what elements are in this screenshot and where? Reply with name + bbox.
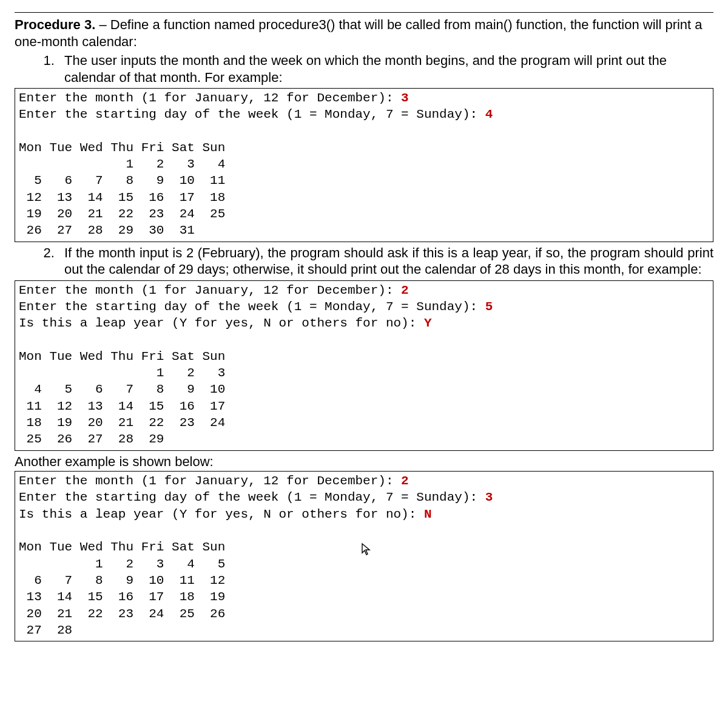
input-day-3: 3 — [485, 490, 493, 504]
input-leap-2: Y — [424, 316, 432, 330]
prompt-leap-3: Is this a leap year (Y for yes, N or oth… — [19, 507, 424, 521]
input-month-3: 2 — [401, 474, 409, 488]
input-day-1: 4 — [485, 107, 493, 121]
example-box-3: Enter the month (1 for January, 12 for D… — [15, 471, 713, 641]
procedure-label: Procedure 3. — [15, 17, 95, 32]
procedure-text: – Define a function named procedure3() t… — [15, 17, 703, 49]
example-box-1: Enter the month (1 for January, 12 for D… — [15, 88, 713, 242]
cursor-icon — [361, 525, 372, 561]
list-item-2: If the month input is 2 (February), the … — [58, 245, 713, 278]
example-box-2: Enter the month (1 for January, 12 for D… — [15, 280, 713, 451]
prompt-month-2: Enter the month (1 for January, 12 for D… — [19, 283, 401, 297]
input-month-1: 3 — [401, 91, 409, 105]
top-divider — [15, 12, 713, 13]
prompt-month-3: Enter the month (1 for January, 12 for D… — [19, 474, 401, 488]
calendar-output-1: Mon Tue Wed Thu Fri Sat Sun 1 2 3 4 5 6 … — [19, 141, 225, 237]
calendar-output-2: Mon Tue Wed Thu Fri Sat Sun 1 2 3 4 5 6 … — [19, 350, 225, 446]
prompt-leap-2: Is this a leap year (Y for yes, N or oth… — [19, 316, 424, 330]
list-item-1-text: The user inputs the month and the week o… — [64, 53, 667, 85]
input-day-2: 5 — [485, 300, 493, 314]
list-item-1: The user inputs the month and the week o… — [58, 52, 713, 86]
calendar-output-3: Mon Tue Wed Thu Fri Sat Sun 1 2 3 4 5 6 … — [19, 540, 225, 637]
input-month-2: 2 — [401, 283, 409, 297]
prompt-month-1: Enter the month (1 for January, 12 for D… — [19, 91, 401, 105]
prompt-day-3: Enter the starting day of the week (1 = … — [19, 490, 485, 504]
another-example-label: Another example is shown below: — [15, 453, 713, 470]
input-leap-3: N — [424, 507, 432, 521]
prompt-day-2: Enter the starting day of the week (1 = … — [19, 300, 485, 314]
list-item-2-text: If the month input is 2 (February), the … — [64, 245, 713, 277]
procedure-intro: Procedure 3. – Define a function named p… — [15, 16, 713, 50]
prompt-day-1: Enter the starting day of the week (1 = … — [19, 107, 485, 121]
